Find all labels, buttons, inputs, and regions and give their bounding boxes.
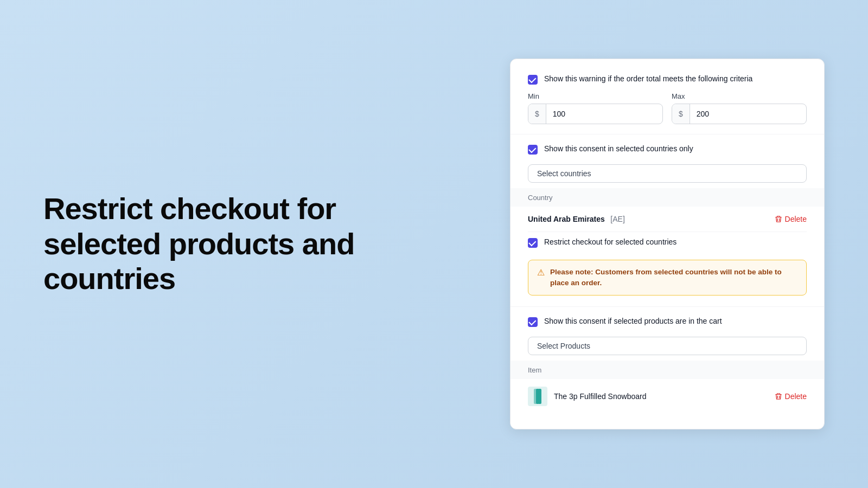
hero-section: Restrict checkout for selected products … xyxy=(43,191,358,296)
country-code: [AE] xyxy=(610,215,624,223)
divider-2 xyxy=(510,306,824,307)
right-panel: Show this warning if the order total mee… xyxy=(510,59,825,430)
warning-icon: ⚠ xyxy=(537,267,545,278)
product-thumbnail xyxy=(528,387,547,406)
divider-1 xyxy=(510,134,824,134)
product-name: The 3p Fulfilled Snowboard xyxy=(554,392,646,401)
max-label: Max xyxy=(672,92,807,100)
product-delete-label: Delete xyxy=(785,392,807,401)
trash-icon xyxy=(775,215,782,223)
product-delete-button[interactable]: Delete xyxy=(775,392,807,401)
country-delete-button[interactable]: Delete xyxy=(775,215,807,223)
order-total-label: Show this warning if the order total mee… xyxy=(544,74,752,83)
country-table-row: United Arab Emirates [AE] Delete xyxy=(528,207,807,232)
product-thumbnail-graphic xyxy=(536,389,539,404)
country-delete-label: Delete xyxy=(785,215,807,223)
item-col-header: Item xyxy=(528,366,541,374)
selected-countries-checkbox[interactable] xyxy=(528,145,538,155)
restrict-checkout-checkbox[interactable] xyxy=(528,238,538,248)
min-max-row: Min $ Max $ xyxy=(528,92,807,132)
max-input[interactable] xyxy=(690,104,806,124)
product-table-row: The 3p Fulfilled Snowboard Delete xyxy=(528,379,807,414)
country-name: United Arab Emirates xyxy=(528,215,605,223)
order-total-row: Show this warning if the order total mee… xyxy=(528,74,807,92)
min-input-group: Min $ xyxy=(528,92,663,124)
country-table-header: Country xyxy=(510,188,824,207)
max-input-group: Max $ xyxy=(672,92,807,124)
warning-box: ⚠ Please note: Customers from selected c… xyxy=(528,260,807,296)
selected-countries-label: Show this consent in selected countries … xyxy=(544,144,693,153)
min-label: Min xyxy=(528,92,663,100)
selected-countries-row: Show this consent in selected countries … xyxy=(528,137,807,162)
min-prefix: $ xyxy=(528,104,546,124)
country-info: United Arab Emirates [AE] xyxy=(528,214,625,224)
selected-products-label: Show this consent if selected products a… xyxy=(544,317,722,325)
trash-icon-product xyxy=(775,393,782,400)
min-input[interactable] xyxy=(546,104,662,124)
selected-products-row: Show this consent if selected products a… xyxy=(528,309,807,335)
min-input-container: $ xyxy=(528,104,663,124)
restrict-checkout-row: Restrict checkout for selected countries xyxy=(528,232,807,255)
item-table-header: Item xyxy=(510,361,824,379)
restrict-checkout-label: Restrict checkout for selected countries xyxy=(544,237,676,246)
max-input-container: $ xyxy=(672,104,807,124)
hero-title: Restrict checkout for selected products … xyxy=(43,191,358,296)
max-prefix: $ xyxy=(672,104,690,124)
select-countries-button[interactable]: Select countries xyxy=(528,164,807,183)
order-total-checkbox[interactable] xyxy=(528,75,538,85)
product-info: The 3p Fulfilled Snowboard xyxy=(528,387,775,406)
selected-products-checkbox[interactable] xyxy=(528,317,538,327)
country-col-header: Country xyxy=(528,194,553,202)
select-products-button[interactable]: Select Products xyxy=(528,337,807,355)
warning-text: Please note: Customers from selected cou… xyxy=(550,267,797,289)
settings-card: Show this warning if the order total mee… xyxy=(510,59,825,430)
